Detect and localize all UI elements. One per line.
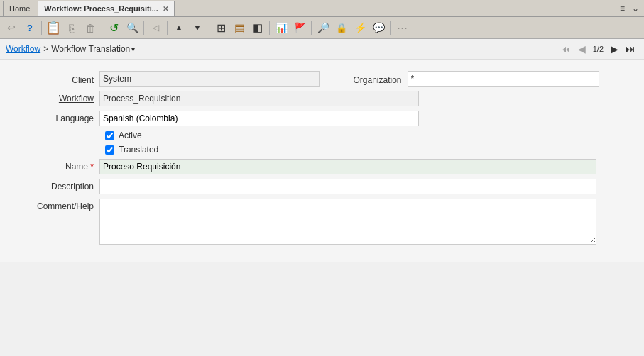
- form-area: Client Organization Workflow Language Ac…: [0, 60, 644, 262]
- breadcrumb-parent-link[interactable]: Workflow: [6, 44, 40, 54]
- lock-button[interactable]: 🔒: [333, 19, 350, 36]
- separator-5: [209, 21, 209, 35]
- active-label: Active: [119, 130, 142, 140]
- navigation-controls: ⏮ ◀ 1/2 ▶ ⏭: [558, 42, 638, 56]
- breadcrumb-bar: Workflow > Workflow Translation ▾ ⏮ ◀ 1/…: [0, 39, 644, 60]
- workflow-input[interactable]: [99, 91, 419, 106]
- nav-last-button[interactable]: ⏭: [623, 42, 638, 56]
- prev-section-button[interactable]: ◁: [147, 19, 164, 36]
- language-label: Language: [14, 111, 99, 123]
- split-view-button[interactable]: ◧: [249, 19, 266, 36]
- flag-button[interactable]: 🚩: [291, 19, 308, 36]
- help-button[interactable]: ?: [21, 19, 38, 36]
- tab-bar: Home Workflow: Process_Requisiti... ✕ ≡ …: [0, 0, 644, 17]
- tab-menu-btn[interactable]: ≡: [618, 4, 627, 13]
- description-input[interactable]: [99, 179, 596, 194]
- separator-8: [390, 21, 391, 35]
- copy-top-button[interactable]: ⎘: [63, 19, 80, 36]
- tab-expand-btn[interactable]: ⌄: [630, 4, 641, 13]
- breadcrumb-current: Workflow Translation ▾: [51, 44, 135, 54]
- workflow-button[interactable]: ⚡: [351, 19, 369, 36]
- more-button[interactable]: ⋯: [393, 19, 410, 36]
- tab-workflow[interactable]: Workflow: Process_Requisiti... ✕: [38, 1, 175, 16]
- find-button[interactable]: 🔍: [124, 19, 141, 36]
- name-row: Name: [14, 159, 630, 174]
- separator-6: [269, 21, 270, 35]
- refresh-button[interactable]: ↺: [105, 19, 122, 36]
- description-row: Description: [14, 179, 630, 194]
- translated-label: Translated: [119, 145, 158, 155]
- name-input[interactable]: [99, 159, 596, 174]
- comment-textarea[interactable]: [99, 199, 596, 245]
- separator-2: [102, 21, 102, 35]
- organization-field-group: Organization: [322, 71, 631, 87]
- tab-close-btn[interactable]: ✕: [163, 5, 168, 13]
- breadcrumb-current-label: Workflow Translation: [51, 44, 130, 54]
- nav-total-pages: 2: [599, 45, 604, 53]
- breadcrumb-separator: >: [43, 44, 48, 54]
- nav-next-button[interactable]: ▶: [608, 42, 621, 56]
- organization-input[interactable]: [408, 71, 599, 87]
- zoom-button[interactable]: 🔎: [315, 19, 332, 36]
- organization-label: Organization: [322, 72, 408, 85]
- separator-7: [311, 21, 312, 35]
- breadcrumb: Workflow > Workflow Translation ▾: [6, 44, 135, 54]
- active-checkbox[interactable]: [105, 131, 114, 140]
- client-label[interactable]: Client: [14, 72, 99, 85]
- nav-first-button[interactable]: ⏮: [558, 42, 574, 56]
- up-button[interactable]: ▲: [170, 19, 187, 36]
- organization-field-container: [408, 71, 631, 87]
- language-field-container: [99, 111, 630, 126]
- toolbar: ↩ ? 📋 ⎘ 🗑 ↺ 🔍 ◁ ▲ ▼ ⊞ ▤ ◧ 📊 🚩 🔎 🔒 ⚡ 💬 ⋯: [0, 17, 644, 39]
- report-button[interactable]: 📊: [273, 19, 290, 36]
- form-view-button[interactable]: ▤: [231, 19, 248, 36]
- comment-field-container: [99, 199, 630, 247]
- tab-controls: ≡ ⌄: [618, 4, 641, 13]
- chat-button[interactable]: 💬: [370, 19, 387, 36]
- separator-3: [143, 21, 144, 35]
- description-field-container: [99, 179, 630, 194]
- translated-checkbox[interactable]: [105, 145, 114, 155]
- translated-checkbox-row: Translated: [105, 145, 630, 155]
- workflow-row: Workflow: [14, 91, 630, 106]
- undo-button[interactable]: ↩: [3, 19, 20, 36]
- client-organization-row: Client Organization: [14, 71, 630, 87]
- client-field-group: Client: [14, 71, 322, 87]
- nav-prev-button[interactable]: ◀: [575, 42, 589, 56]
- nav-current-page: 1/2: [590, 45, 606, 53]
- new-button[interactable]: 📋: [45, 19, 62, 36]
- grid-view-button[interactable]: ⊞: [212, 19, 229, 36]
- delete-button[interactable]: 🗑: [82, 19, 99, 36]
- client-input[interactable]: [99, 71, 320, 87]
- client-field-container: [99, 71, 322, 87]
- tab-home-label: Home: [9, 4, 30, 13]
- name-label: Name: [14, 159, 99, 172]
- language-row: Language: [14, 111, 630, 126]
- comment-label: Comment/Help: [14, 199, 99, 211]
- description-label: Description: [14, 179, 99, 191]
- down-button[interactable]: ▼: [189, 19, 206, 36]
- active-checkbox-row: Active: [105, 130, 630, 140]
- tab-home[interactable]: Home: [3, 1, 36, 16]
- language-input[interactable]: [99, 111, 419, 126]
- name-field-container: [99, 159, 630, 174]
- comment-row: Comment/Help: [14, 199, 630, 247]
- tab-workflow-label: Workflow: Process_Requisiti...: [44, 4, 158, 13]
- workflow-field-container: [99, 91, 630, 106]
- breadcrumb-dropdown-icon[interactable]: ▾: [131, 45, 135, 53]
- separator-4: [167, 21, 168, 35]
- workflow-label[interactable]: Workflow: [14, 91, 99, 104]
- separator-1: [41, 21, 42, 35]
